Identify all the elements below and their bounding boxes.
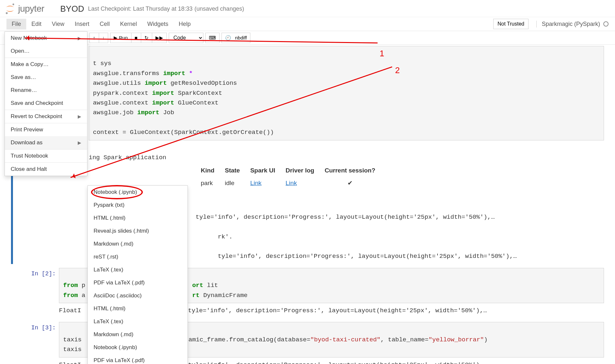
svg-point-0 bbox=[13, 4, 14, 5]
cell-3-prompt: In [3]: bbox=[11, 322, 59, 357]
move-up-button[interactable]: ↑ bbox=[89, 33, 99, 43]
download-pyspark-txt[interactable]: Pyspark (txt) bbox=[88, 199, 188, 212]
jupyter-logo: jupyter bbox=[5, 3, 56, 14]
jupyter-logo-text: jupyter bbox=[18, 4, 44, 14]
th-state: State bbox=[220, 164, 245, 177]
kernel-indicator-icon bbox=[603, 21, 609, 27]
menu-edit[interactable]: Edit bbox=[26, 19, 47, 29]
restart-run-all-button[interactable]: ▶▶ bbox=[152, 33, 167, 43]
spark-ui-link[interactable]: Link bbox=[250, 180, 262, 186]
move-down-button[interactable]: ↓ bbox=[99, 33, 108, 43]
menu-help[interactable]: Help bbox=[174, 19, 196, 29]
code-cell-1[interactable]: t sys awsglue.transforms import * awsglu… bbox=[89, 46, 604, 140]
menu-open[interactable]: Open… bbox=[5, 45, 87, 58]
menu-download-as[interactable]: Download as▶ bbox=[5, 136, 87, 149]
download-pdf-latex-2[interactable]: PDF via LaTeX (.pdf) bbox=[88, 354, 188, 364]
kernel-name[interactable]: Sparkmagic (PySpark) bbox=[536, 21, 600, 28]
download-as-submenu: Notebook (.ipynb) Pyspark (txt) HTML (.h… bbox=[87, 185, 188, 364]
arrow-up-icon: ↑ bbox=[93, 35, 96, 40]
td-kind: park bbox=[196, 177, 220, 189]
cell-2-prompt: In [2]: bbox=[11, 268, 59, 303]
download-markdown-2[interactable]: Markdown (.md) bbox=[88, 328, 188, 341]
checkpoint-text: Last Checkpoint: Last Thursday at 18:33 bbox=[88, 6, 193, 12]
toolbar: ↑ ↓ ▶Run ■ ↻ ▶▶ Code ⌨ 🕘 nbdiff bbox=[0, 31, 615, 45]
annotation-label-2: 2 bbox=[395, 65, 400, 75]
menu-revert-checkpoint[interactable]: Revert to Checkpoint▶ bbox=[5, 110, 87, 123]
annotation-circle-pyspark bbox=[91, 185, 143, 199]
unsaved-text: (unsaved changes) bbox=[195, 6, 244, 12]
td-current: ✔ bbox=[319, 177, 380, 189]
menu-cell[interactable]: Cell bbox=[95, 19, 115, 29]
menu-trust-notebook[interactable]: Trust Notebook bbox=[5, 149, 87, 162]
chevron-right-icon: ▶ bbox=[78, 140, 81, 145]
menu-save-checkpoint[interactable]: Save and Checkpoint bbox=[5, 97, 87, 110]
menu-insert[interactable]: Insert bbox=[70, 19, 95, 29]
clock-icon: 🕘 bbox=[225, 35, 231, 41]
menu-print-preview[interactable]: Print Preview bbox=[5, 123, 87, 136]
th-driverlog: Driver log bbox=[280, 164, 320, 177]
th-sparkui: Spark UI bbox=[245, 164, 280, 177]
run-button[interactable]: ▶Run bbox=[110, 33, 131, 43]
download-html[interactable]: HTML (.html) bbox=[88, 212, 188, 225]
keyboard-icon: ⌨ bbox=[209, 35, 216, 41]
download-rest[interactable]: reST (.rst) bbox=[88, 250, 188, 263]
driver-log-link[interactable]: Link bbox=[286, 180, 297, 186]
menu-rename[interactable]: Rename… bbox=[5, 84, 87, 97]
th-kind: Kind bbox=[196, 164, 220, 177]
download-asciidoc[interactable]: AsciiDoc (.asciidoc) bbox=[88, 289, 188, 302]
command-palette-button[interactable]: ⌨ bbox=[205, 33, 220, 43]
download-html-2[interactable]: HTML (.html) bbox=[88, 302, 188, 315]
chevron-right-icon: ▶ bbox=[78, 114, 81, 119]
download-latex[interactable]: LaTeX (.tex) bbox=[88, 263, 188, 276]
annotation-label-1: 1 bbox=[380, 49, 384, 59]
menu-view[interactable]: View bbox=[47, 19, 70, 29]
file-dropdown: New Notebook▶ Open… Make a Copy… Save as… bbox=[5, 31, 87, 176]
menu-kernel[interactable]: Kernel bbox=[115, 19, 142, 29]
download-markdown[interactable]: Markdown (.md) bbox=[88, 237, 188, 250]
download-revealjs[interactable]: Reveal.js slides (.html) bbox=[88, 225, 188, 237]
download-latex-2[interactable]: LaTeX (.tex) bbox=[88, 315, 188, 328]
td-state: idle bbox=[220, 177, 245, 189]
stop-button[interactable]: ■ bbox=[131, 33, 141, 43]
restart-button[interactable]: ↻ bbox=[141, 33, 152, 43]
not-trusted-button[interactable]: Not Trusted bbox=[493, 19, 529, 29]
svg-point-1 bbox=[6, 12, 8, 14]
menu-file[interactable]: File bbox=[6, 19, 26, 29]
jupyter-icon bbox=[5, 3, 16, 14]
th-current: Current session? bbox=[319, 164, 380, 177]
notebook-header: jupyter BYOD Last Checkpoint: Last Thurs… bbox=[0, 0, 615, 17]
menu-save-as[interactable]: Save as… bbox=[5, 71, 87, 84]
spark-session-table: Kind State Spark UI Driver log Current s… bbox=[196, 164, 381, 189]
notebook-name[interactable]: BYOD bbox=[60, 4, 84, 14]
download-notebook-ipynb-2[interactable]: Notebook (.ipynb) bbox=[88, 341, 188, 354]
menu-close-halt[interactable]: Close and Halt bbox=[5, 163, 87, 176]
menubar: File Edit View Insert Cell Kernel Widget… bbox=[0, 17, 615, 31]
menu-make-copy[interactable]: Make a Copy… bbox=[5, 58, 87, 71]
download-pdf-latex[interactable]: PDF via LaTeX (.pdf) bbox=[88, 276, 188, 289]
menu-widgets[interactable]: Widgets bbox=[142, 19, 174, 29]
cell-type-select[interactable]: Code bbox=[169, 33, 203, 43]
cell-1-input: In [1]: t sys awsglue.transforms import … bbox=[11, 46, 604, 140]
